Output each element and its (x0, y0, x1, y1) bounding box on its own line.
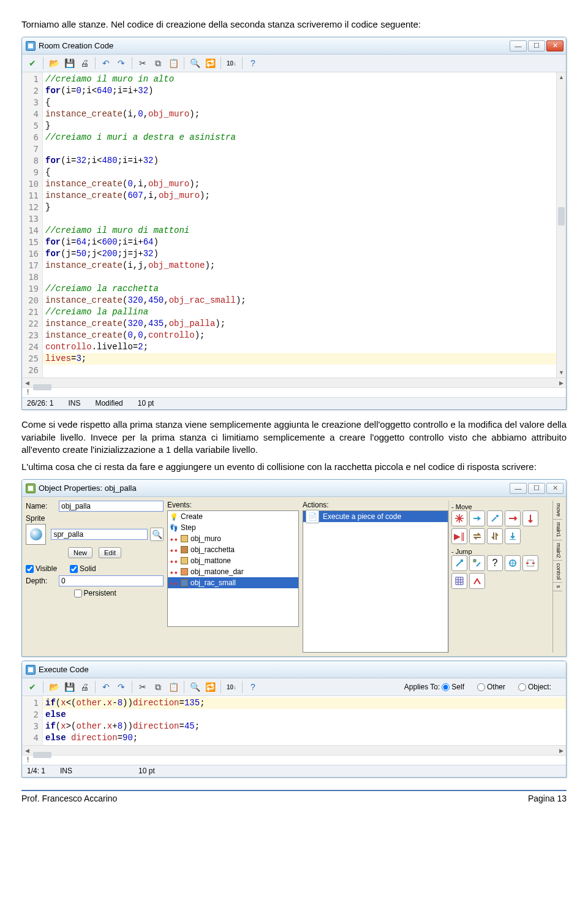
save-icon[interactable]: 💾 (62, 56, 76, 70)
maximize-button[interactable] (528, 40, 545, 51)
close-button[interactable] (546, 40, 564, 51)
redo-icon[interactable]: ↷ (115, 56, 128, 70)
maximize-button[interactable] (528, 483, 545, 494)
print-icon[interactable]: 🖨 (78, 56, 91, 70)
palette-tabs[interactable]: movemain1main2controls (552, 501, 562, 653)
minimize-button[interactable] (510, 40, 527, 51)
cut-icon[interactable]: ✂ (136, 56, 149, 70)
event-item[interactable]: ⬥⬥obj_mattone (168, 555, 298, 566)
undo-icon[interactable]: ↶ (99, 680, 113, 694)
execute-code-window: Execute Code ✔ 📂 💾 🖨 ↶ ↷ ✂ ⧉ 📋 🔍 🔁 10↓ ?… (21, 661, 567, 778)
event-item[interactable]: 👣Step (168, 522, 298, 533)
speed-icon[interactable]: ▶‖ (451, 528, 467, 544)
applies-object-radio[interactable]: Object: (518, 683, 551, 691)
horizontal-scrollbar[interactable]: ◀▶ (22, 377, 566, 387)
move-grid-icon[interactable] (451, 510, 467, 526)
wrap-icon[interactable] (522, 555, 538, 571)
find-icon[interactable]: 🔍 (188, 56, 202, 70)
confirm-icon[interactable]: ✔ (26, 56, 39, 70)
code-editor[interactable]: //creiamo il muro in altofor(i=0;i<640;i… (43, 72, 556, 377)
visible-checkbox[interactable]: Visible (26, 564, 56, 573)
copy-icon[interactable]: ⧉ (151, 56, 165, 70)
copy-icon[interactable]: ⧉ (151, 680, 165, 694)
close-button[interactable] (546, 483, 564, 494)
sprite-browse-icon[interactable]: 🔍 (150, 528, 164, 541)
confirm-icon[interactable]: ✔ (26, 680, 39, 694)
move-hspeed-icon[interactable] (505, 510, 521, 526)
titlebar[interactable]: Room Creation Code (22, 37, 566, 55)
palette-tab[interactable]: control (553, 561, 562, 583)
palette-tab[interactable]: s (553, 583, 562, 591)
toolbar: ✔ 📂 💾 🖨 ↶ ↷ ✂ ⧉ 📋 🔍 🔁 10↓ ? Applies To: … (22, 678, 566, 696)
event-item[interactable]: ⬥⬥obj_racchetta (168, 544, 298, 555)
reverse-h-icon[interactable] (469, 528, 485, 544)
jump-pos-icon[interactable] (451, 555, 467, 571)
palette-tab[interactable]: main1 (553, 520, 562, 540)
help-icon[interactable]: ? (246, 56, 260, 70)
status-fontsize: 10 pt (138, 767, 155, 776)
bounce-icon[interactable] (469, 573, 485, 589)
gravity-icon[interactable] (505, 528, 521, 544)
help-icon[interactable]: ? (246, 680, 260, 694)
save-icon[interactable]: 💾 (62, 680, 76, 694)
solid-checkbox[interactable]: Solid (70, 564, 100, 573)
line-gutter: 1234 (22, 696, 43, 745)
palette-tab[interactable]: main2 (553, 540, 562, 561)
find-icon[interactable]: 🔍 (188, 680, 202, 694)
jump-start-icon[interactable] (469, 555, 485, 571)
svg-point-0 (496, 515, 499, 517)
sprite-input[interactable] (51, 529, 148, 540)
events-label: Events: (167, 501, 299, 509)
applies-other-radio[interactable]: Other (477, 683, 505, 691)
event-item[interactable]: ⬥⬥obj_matone_dar (168, 566, 298, 577)
goto-icon[interactable]: 10↓ (225, 680, 238, 694)
redo-icon[interactable]: ↷ (115, 680, 128, 694)
undo-icon[interactable]: ↶ (99, 56, 113, 70)
reverse-v-icon[interactable] (487, 528, 503, 544)
replace-icon[interactable]: 🔁 (203, 56, 217, 70)
replace-icon[interactable]: 🔁 (203, 680, 217, 694)
open-icon[interactable]: 📂 (47, 680, 61, 694)
app-icon (26, 41, 36, 51)
persistent-checkbox[interactable]: Persistent (74, 589, 105, 597)
actions-list[interactable]: 📄 Execute a piece of code (303, 510, 448, 653)
status-ins: INS (60, 767, 72, 776)
paste-icon[interactable]: 📋 (167, 56, 180, 70)
footer-page: Pagina 13 (528, 794, 567, 803)
events-list[interactable]: 💡Create👣Step⬥⬥obj_muro⬥⬥obj_racchetta⬥⬥o… (167, 510, 299, 627)
window-title: Room Creation Code (39, 41, 113, 50)
jump-random-icon[interactable]: ? (487, 555, 503, 571)
new-button[interactable]: New (68, 547, 92, 558)
room-creation-code-window: Room Creation Code ✔ 📂 💾 🖨 ↶ ↷ ✂ ⧉ 📋 🔍 🔁… (21, 37, 567, 410)
action-palette: - Move ▶‖ - (448, 501, 552, 653)
status-position: 1/4: 1 (27, 767, 45, 776)
move-towards-icon[interactable] (487, 510, 503, 526)
titlebar[interactable]: Execute Code (22, 661, 566, 678)
action-item[interactable]: 📄 Execute a piece of code (303, 511, 448, 522)
open-icon[interactable]: 📂 (47, 56, 61, 70)
depth-input[interactable] (59, 575, 164, 586)
event-item[interactable]: ⬥⬥obj_rac_small (168, 577, 298, 588)
horizontal-scrollbar[interactable]: ◀▶ (22, 745, 566, 755)
move-vspeed-icon[interactable] (522, 510, 538, 526)
titlebar[interactable]: Object Properties: obj_palla (22, 480, 566, 497)
object-properties-window: Object Properties: obj_palla Name: Sprit… (21, 479, 567, 657)
palette-tab[interactable]: move (553, 501, 562, 520)
cut-icon[interactable]: ✂ (136, 680, 149, 694)
move-dir-icon[interactable] (469, 510, 485, 526)
minimize-button[interactable] (510, 483, 527, 494)
print-icon[interactable]: 🖨 (78, 680, 91, 694)
goto-icon[interactable]: 10↓ (225, 56, 238, 70)
event-item[interactable]: 💡Create (168, 511, 298, 522)
paragraph-instruction: L'ultima cosa che ci resta da fare e agg… (21, 461, 567, 473)
event-item[interactable]: ⬥⬥obj_muro (168, 533, 298, 544)
app-icon (26, 665, 36, 675)
paste-icon[interactable]: 📋 (167, 680, 180, 694)
code-editor[interactable]: if(x<(other.x-8))direction=135;elseif(x>… (43, 696, 566, 745)
edit-button[interactable]: Edit (99, 547, 121, 558)
vertical-scrollbar[interactable]: ▲▼ (556, 72, 566, 377)
snap-icon[interactable] (505, 555, 521, 571)
name-input[interactable] (59, 501, 164, 512)
applies-self-radio[interactable]: Self (442, 683, 464, 691)
align-grid-icon[interactable] (451, 573, 467, 589)
